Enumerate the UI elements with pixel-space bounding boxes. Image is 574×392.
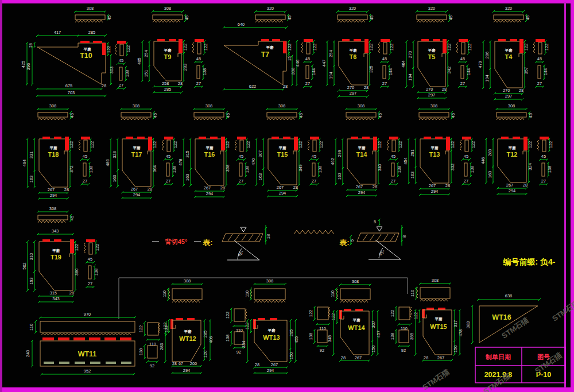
dim-text: 308 (278, 103, 286, 108)
red-strip (433, 39, 440, 41)
dim-text: 478 (458, 329, 463, 337)
outline-rect (38, 215, 68, 220)
dim-text: 358 (225, 165, 230, 172)
dim-text: 138 (390, 333, 395, 340)
dim-text: 406 (208, 336, 214, 344)
dim-text: 294 (133, 192, 141, 197)
dim-text: 267 (277, 185, 284, 190)
dim-text: 194 (484, 75, 490, 82)
dim-text: STM石猫 (550, 298, 574, 323)
dim-text: 45 (460, 56, 465, 61)
dim-text: 138 (308, 333, 313, 340)
dim-text: 平磨 (350, 48, 358, 53)
red-strip (86, 239, 95, 242)
zigzag-edge (121, 118, 149, 120)
outline-rect (38, 112, 68, 117)
zigzag-edge (340, 300, 368, 302)
wavy-edge (533, 42, 535, 53)
wavy-edge (537, 140, 539, 150)
dim-text: 138 (245, 166, 250, 173)
dim-text: 5 (350, 239, 355, 242)
dim-text: 122 (90, 141, 95, 149)
dim-text: 320 (349, 6, 356, 11)
dim-text: 144 (466, 68, 471, 76)
zigzag-edge (38, 220, 65, 223)
zigzag-edge (172, 300, 200, 302)
dim-text: 267 (131, 187, 138, 192)
dim-text: 122 (74, 244, 79, 251)
outline-rect (391, 163, 394, 176)
dim-text: 331 (29, 152, 34, 159)
dim-text: 364 (152, 165, 157, 173)
dim-text: T14 (356, 151, 368, 158)
line (242, 234, 246, 241)
dim-text: 27 (88, 281, 92, 286)
dim-text: 308 (352, 279, 359, 284)
line (370, 234, 374, 241)
zigzag-edge (194, 118, 222, 120)
outline-rect (255, 15, 285, 20)
dim-text: 138 (94, 269, 99, 276)
dim-text: 703 (68, 90, 75, 95)
wavy-edge (235, 140, 236, 150)
outline-rect (317, 330, 327, 343)
outline-rect (40, 321, 135, 332)
dim-text: 122 (203, 44, 208, 51)
red-strip (364, 39, 369, 53)
dim-text: 27 (537, 81, 542, 86)
dim-text: 150 (371, 346, 376, 353)
dim-text: 349 (298, 164, 303, 172)
outline-rect (75, 15, 105, 20)
panel-outline (241, 227, 246, 232)
outline-rect (538, 65, 541, 79)
line (255, 234, 260, 241)
dim-text: 110 (245, 290, 250, 297)
dim-text: 平磨 (279, 146, 287, 150)
prefix-note: 编号前缀: 负4- (503, 257, 556, 266)
red-strip (443, 39, 447, 53)
red-strip (362, 137, 370, 139)
dim-text: 110 (319, 326, 326, 331)
dim-text: 110 (236, 328, 243, 333)
wavy-edge (79, 140, 80, 150)
red-strip (58, 337, 69, 340)
red-strip (355, 309, 363, 311)
dim-text: 编号前缀: 负4- (503, 257, 556, 266)
dim-text: 122 (69, 141, 74, 149)
dim-text: 163 (29, 176, 34, 183)
panel-T6: 32045平磨T64472541941223252702829712245144… (321, 6, 394, 98)
outline-rect (346, 112, 376, 117)
red-strip (270, 318, 277, 320)
dim-text: 457 (376, 331, 381, 338)
outline-rect (88, 266, 91, 279)
outline-rect (307, 42, 310, 54)
dim-text: 45 (153, 113, 158, 118)
red-strip (261, 39, 269, 41)
wavy-edge (410, 307, 412, 317)
panel-T15: 30845平磨T15470307163122349267282941224513… (251, 103, 324, 197)
dim-text: 28 (445, 183, 450, 188)
dim-text: WT13 (263, 334, 280, 341)
red-strip (426, 308, 434, 310)
dim-text: 平磨 (353, 318, 361, 323)
dim-text: 平磨 (133, 146, 141, 150)
dim-text: 254 (328, 50, 333, 57)
dim-text: 294 (267, 368, 274, 373)
dim-text: 294 (183, 368, 191, 373)
dim-text: 308 (205, 103, 213, 108)
dim-text: 299 (337, 150, 342, 157)
dim-text: 138 (547, 166, 552, 173)
dim-text: 27 (239, 178, 243, 184)
dim-text: 平磨 (266, 45, 274, 50)
wavy-edge (460, 140, 461, 150)
dim-text: T12 (507, 151, 518, 158)
dim-text: T5 (428, 53, 436, 60)
outline-rect (194, 112, 224, 117)
dim-text: 193 (29, 277, 34, 285)
outline-rect (313, 140, 316, 152)
dim-text: 28 (255, 362, 259, 367)
dim-text: T9 (164, 53, 172, 60)
dim-text: 267 (506, 183, 514, 188)
dim-text: 283 (159, 343, 164, 351)
dim-text: 308 (290, 68, 296, 75)
